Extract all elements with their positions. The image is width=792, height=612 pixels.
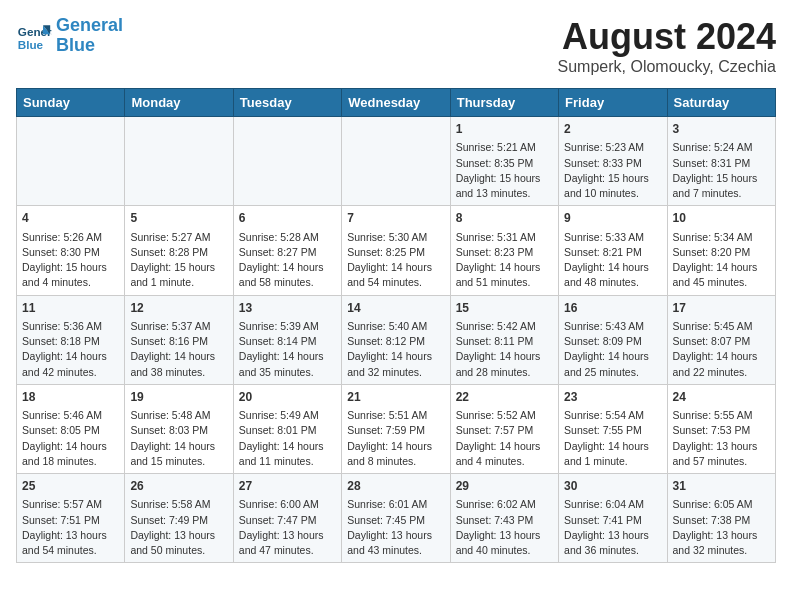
day-content: Sunrise: 5:28 AM Sunset: 8:27 PM Dayligh…: [239, 230, 336, 291]
day-content: Sunrise: 5:40 AM Sunset: 8:12 PM Dayligh…: [347, 319, 444, 380]
calendar-cell: 22Sunrise: 5:52 AM Sunset: 7:57 PM Dayli…: [450, 384, 558, 473]
header-day-wednesday: Wednesday: [342, 89, 450, 117]
calendar-cell: [233, 117, 341, 206]
header-day-friday: Friday: [559, 89, 667, 117]
day-content: Sunrise: 5:39 AM Sunset: 8:14 PM Dayligh…: [239, 319, 336, 380]
day-number: 16: [564, 300, 661, 317]
logo-line1: General: [56, 15, 123, 35]
day-number: 2: [564, 121, 661, 138]
day-number: 14: [347, 300, 444, 317]
week-row-2: 4Sunrise: 5:26 AM Sunset: 8:30 PM Daylig…: [17, 206, 776, 295]
header-day-tuesday: Tuesday: [233, 89, 341, 117]
day-number: 15: [456, 300, 553, 317]
logo-icon: General Blue: [16, 18, 52, 54]
day-content: Sunrise: 5:23 AM Sunset: 8:33 PM Dayligh…: [564, 140, 661, 201]
day-content: Sunrise: 6:00 AM Sunset: 7:47 PM Dayligh…: [239, 497, 336, 558]
day-number: 22: [456, 389, 553, 406]
day-content: Sunrise: 5:30 AM Sunset: 8:25 PM Dayligh…: [347, 230, 444, 291]
day-content: Sunrise: 5:21 AM Sunset: 8:35 PM Dayligh…: [456, 140, 553, 201]
calendar-cell: 21Sunrise: 5:51 AM Sunset: 7:59 PM Dayli…: [342, 384, 450, 473]
logo: General Blue General Blue: [16, 16, 123, 56]
calendar-cell: 28Sunrise: 6:01 AM Sunset: 7:45 PM Dayli…: [342, 474, 450, 563]
day-number: 27: [239, 478, 336, 495]
calendar-cell: 2Sunrise: 5:23 AM Sunset: 8:33 PM Daylig…: [559, 117, 667, 206]
day-content: Sunrise: 5:58 AM Sunset: 7:49 PM Dayligh…: [130, 497, 227, 558]
header-row: SundayMondayTuesdayWednesdayThursdayFrid…: [17, 89, 776, 117]
day-content: Sunrise: 5:43 AM Sunset: 8:09 PM Dayligh…: [564, 319, 661, 380]
day-number: 6: [239, 210, 336, 227]
day-number: 5: [130, 210, 227, 227]
calendar-cell: 26Sunrise: 5:58 AM Sunset: 7:49 PM Dayli…: [125, 474, 233, 563]
day-content: Sunrise: 5:31 AM Sunset: 8:23 PM Dayligh…: [456, 230, 553, 291]
header-day-thursday: Thursday: [450, 89, 558, 117]
calendar-cell: 8Sunrise: 5:31 AM Sunset: 8:23 PM Daylig…: [450, 206, 558, 295]
day-content: Sunrise: 5:26 AM Sunset: 8:30 PM Dayligh…: [22, 230, 119, 291]
day-content: Sunrise: 5:52 AM Sunset: 7:57 PM Dayligh…: [456, 408, 553, 469]
calendar-cell: [125, 117, 233, 206]
logo-line2: Blue: [56, 35, 95, 55]
calendar-cell: 4Sunrise: 5:26 AM Sunset: 8:30 PM Daylig…: [17, 206, 125, 295]
day-content: Sunrise: 5:36 AM Sunset: 8:18 PM Dayligh…: [22, 319, 119, 380]
week-row-1: 1Sunrise: 5:21 AM Sunset: 8:35 PM Daylig…: [17, 117, 776, 206]
day-content: Sunrise: 5:37 AM Sunset: 8:16 PM Dayligh…: [130, 319, 227, 380]
day-number: 7: [347, 210, 444, 227]
calendar-cell: 24Sunrise: 5:55 AM Sunset: 7:53 PM Dayli…: [667, 384, 775, 473]
day-number: 12: [130, 300, 227, 317]
calendar-cell: 5Sunrise: 5:27 AM Sunset: 8:28 PM Daylig…: [125, 206, 233, 295]
day-number: 4: [22, 210, 119, 227]
day-content: Sunrise: 5:55 AM Sunset: 7:53 PM Dayligh…: [673, 408, 770, 469]
day-content: Sunrise: 6:01 AM Sunset: 7:45 PM Dayligh…: [347, 497, 444, 558]
day-number: 30: [564, 478, 661, 495]
location: Sumperk, Olomoucky, Czechia: [558, 58, 776, 76]
calendar-cell: [342, 117, 450, 206]
day-content: Sunrise: 6:02 AM Sunset: 7:43 PM Dayligh…: [456, 497, 553, 558]
day-number: 3: [673, 121, 770, 138]
calendar-cell: 6Sunrise: 5:28 AM Sunset: 8:27 PM Daylig…: [233, 206, 341, 295]
week-row-4: 18Sunrise: 5:46 AM Sunset: 8:05 PM Dayli…: [17, 384, 776, 473]
calendar-cell: 18Sunrise: 5:46 AM Sunset: 8:05 PM Dayli…: [17, 384, 125, 473]
calendar-cell: 30Sunrise: 6:04 AM Sunset: 7:41 PM Dayli…: [559, 474, 667, 563]
month-year: August 2024: [558, 16, 776, 58]
header-day-monday: Monday: [125, 89, 233, 117]
day-content: Sunrise: 5:34 AM Sunset: 8:20 PM Dayligh…: [673, 230, 770, 291]
calendar-cell: 11Sunrise: 5:36 AM Sunset: 8:18 PM Dayli…: [17, 295, 125, 384]
calendar-table: SundayMondayTuesdayWednesdayThursdayFrid…: [16, 88, 776, 563]
day-number: 11: [22, 300, 119, 317]
day-content: Sunrise: 5:27 AM Sunset: 8:28 PM Dayligh…: [130, 230, 227, 291]
day-content: Sunrise: 5:54 AM Sunset: 7:55 PM Dayligh…: [564, 408, 661, 469]
day-content: Sunrise: 5:48 AM Sunset: 8:03 PM Dayligh…: [130, 408, 227, 469]
calendar-cell: 27Sunrise: 6:00 AM Sunset: 7:47 PM Dayli…: [233, 474, 341, 563]
page-header: General Blue General Blue August 2024 Su…: [16, 16, 776, 76]
day-number: 29: [456, 478, 553, 495]
week-row-5: 25Sunrise: 5:57 AM Sunset: 7:51 PM Dayli…: [17, 474, 776, 563]
day-content: Sunrise: 5:49 AM Sunset: 8:01 PM Dayligh…: [239, 408, 336, 469]
calendar-cell: 23Sunrise: 5:54 AM Sunset: 7:55 PM Dayli…: [559, 384, 667, 473]
calendar-cell: 31Sunrise: 6:05 AM Sunset: 7:38 PM Dayli…: [667, 474, 775, 563]
day-number: 28: [347, 478, 444, 495]
calendar-cell: 12Sunrise: 5:37 AM Sunset: 8:16 PM Dayli…: [125, 295, 233, 384]
header-day-sunday: Sunday: [17, 89, 125, 117]
day-content: Sunrise: 5:24 AM Sunset: 8:31 PM Dayligh…: [673, 140, 770, 201]
calendar-cell: 13Sunrise: 5:39 AM Sunset: 8:14 PM Dayli…: [233, 295, 341, 384]
day-number: 17: [673, 300, 770, 317]
day-number: 24: [673, 389, 770, 406]
day-content: Sunrise: 5:42 AM Sunset: 8:11 PM Dayligh…: [456, 319, 553, 380]
day-content: Sunrise: 6:05 AM Sunset: 7:38 PM Dayligh…: [673, 497, 770, 558]
calendar-cell: 29Sunrise: 6:02 AM Sunset: 7:43 PM Dayli…: [450, 474, 558, 563]
day-number: 31: [673, 478, 770, 495]
day-content: Sunrise: 5:51 AM Sunset: 7:59 PM Dayligh…: [347, 408, 444, 469]
day-content: Sunrise: 5:46 AM Sunset: 8:05 PM Dayligh…: [22, 408, 119, 469]
calendar-cell: 9Sunrise: 5:33 AM Sunset: 8:21 PM Daylig…: [559, 206, 667, 295]
calendar-cell: 19Sunrise: 5:48 AM Sunset: 8:03 PM Dayli…: [125, 384, 233, 473]
day-number: 19: [130, 389, 227, 406]
calendar-cell: 20Sunrise: 5:49 AM Sunset: 8:01 PM Dayli…: [233, 384, 341, 473]
calendar-cell: 7Sunrise: 5:30 AM Sunset: 8:25 PM Daylig…: [342, 206, 450, 295]
calendar-cell: 1Sunrise: 5:21 AM Sunset: 8:35 PM Daylig…: [450, 117, 558, 206]
title-block: August 2024 Sumperk, Olomoucky, Czechia: [558, 16, 776, 76]
calendar-header: SundayMondayTuesdayWednesdayThursdayFrid…: [17, 89, 776, 117]
calendar-body: 1Sunrise: 5:21 AM Sunset: 8:35 PM Daylig…: [17, 117, 776, 563]
calendar-cell: 3Sunrise: 5:24 AM Sunset: 8:31 PM Daylig…: [667, 117, 775, 206]
day-number: 1: [456, 121, 553, 138]
calendar-cell: [17, 117, 125, 206]
day-number: 20: [239, 389, 336, 406]
